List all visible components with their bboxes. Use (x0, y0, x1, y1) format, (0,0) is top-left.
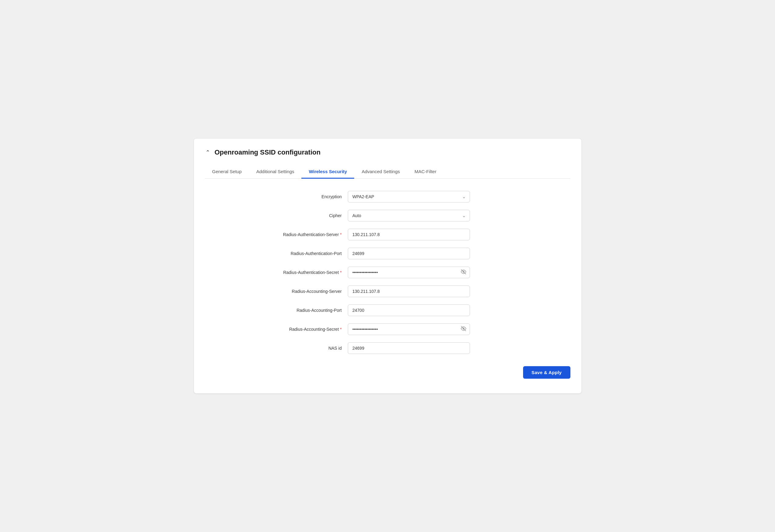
nas-id-label: NAS id (250, 346, 348, 351)
radius-auth-server-control (348, 229, 470, 240)
radius-auth-secret-required: * (340, 270, 342, 275)
nas-id-row: NAS id (250, 342, 525, 354)
cipher-row: Cipher Auto AES TKIP ⌄ (250, 210, 525, 221)
radius-auth-server-required: * (340, 232, 342, 237)
radius-accounting-secret-input[interactable] (348, 324, 470, 335)
radius-auth-server-label: Radius-Authentication-Server * (250, 232, 348, 237)
form-body: Encryption WPA2-EAP WPA3-EAP None ⌄ Ciph… (250, 191, 525, 354)
radius-accounting-server-control (348, 286, 470, 297)
radius-auth-secret-toggle-icon[interactable] (461, 269, 466, 276)
radius-accounting-secret-label: Radius-Accounting-Secret * (250, 327, 348, 332)
radius-accounting-port-input[interactable] (348, 305, 470, 316)
radius-auth-secret-control (348, 267, 470, 278)
page-header: ⌃ Openroaming SSID configuration (205, 148, 570, 156)
tab-advanced-settings[interactable]: Advanced Settings (354, 165, 407, 179)
radius-auth-secret-input[interactable] (348, 267, 470, 278)
tab-general-setup[interactable]: General Setup (205, 165, 249, 179)
radius-accounting-server-label: Radius-Accounting-Server (250, 289, 348, 294)
tab-bar: General Setup Additional Settings Wirele… (205, 165, 570, 179)
radius-auth-server-input[interactable] (348, 229, 470, 240)
encryption-label: Encryption (250, 194, 348, 199)
footer: Save & Apply (205, 366, 570, 379)
radius-accounting-secret-control (348, 324, 470, 335)
tab-additional-settings[interactable]: Additional Settings (249, 165, 301, 179)
svg-line-3 (462, 327, 466, 331)
radius-accounting-port-row: Radius-Accounting-Port (250, 305, 525, 316)
radius-accounting-secret-required: * (340, 327, 342, 332)
radius-accounting-secret-toggle-icon[interactable] (461, 326, 466, 333)
radius-auth-secret-wrapper (348, 267, 470, 278)
cipher-select-wrapper: Auto AES TKIP ⌄ (348, 210, 470, 221)
radius-accounting-port-control (348, 305, 470, 316)
radius-accounting-server-input[interactable] (348, 286, 470, 297)
page-title: Openroaming SSID configuration (215, 148, 320, 156)
save-apply-button[interactable]: Save & Apply (523, 366, 570, 379)
cipher-control: Auto AES TKIP ⌄ (348, 210, 470, 221)
radius-auth-port-input[interactable] (348, 248, 470, 259)
svg-line-1 (462, 270, 466, 274)
cipher-label: Cipher (250, 213, 348, 218)
radius-accounting-secret-row: Radius-Accounting-Secret * (250, 324, 525, 335)
main-card: ⌃ Openroaming SSID configuration General… (194, 139, 581, 393)
radius-auth-secret-label: Radius-Authentication-Secret * (250, 270, 348, 275)
tab-wireless-security[interactable]: Wireless Security (301, 165, 354, 179)
nas-id-control (348, 342, 470, 354)
radius-auth-port-control (348, 248, 470, 259)
radius-auth-secret-row: Radius-Authentication-Secret * (250, 267, 525, 278)
cipher-select[interactable]: Auto AES TKIP (348, 210, 470, 221)
radius-accounting-port-label: Radius-Accounting-Port (250, 308, 348, 313)
encryption-select[interactable]: WPA2-EAP WPA3-EAP None (348, 191, 470, 202)
encryption-control: WPA2-EAP WPA3-EAP None ⌄ (348, 191, 470, 202)
nas-id-input[interactable] (348, 342, 470, 354)
collapse-icon[interactable]: ⌃ (205, 149, 211, 155)
encryption-row: Encryption WPA2-EAP WPA3-EAP None ⌄ (250, 191, 525, 202)
radius-auth-port-label: Radius-Authentication-Port (250, 251, 348, 256)
tab-mac-filter[interactable]: MAC-Filter (408, 165, 444, 179)
encryption-select-wrapper: WPA2-EAP WPA3-EAP None ⌄ (348, 191, 470, 202)
radius-auth-server-row: Radius-Authentication-Server * (250, 229, 525, 240)
radius-accounting-server-row: Radius-Accounting-Server (250, 286, 525, 297)
radius-auth-port-row: Radius-Authentication-Port (250, 248, 525, 259)
radius-accounting-secret-wrapper (348, 324, 470, 335)
